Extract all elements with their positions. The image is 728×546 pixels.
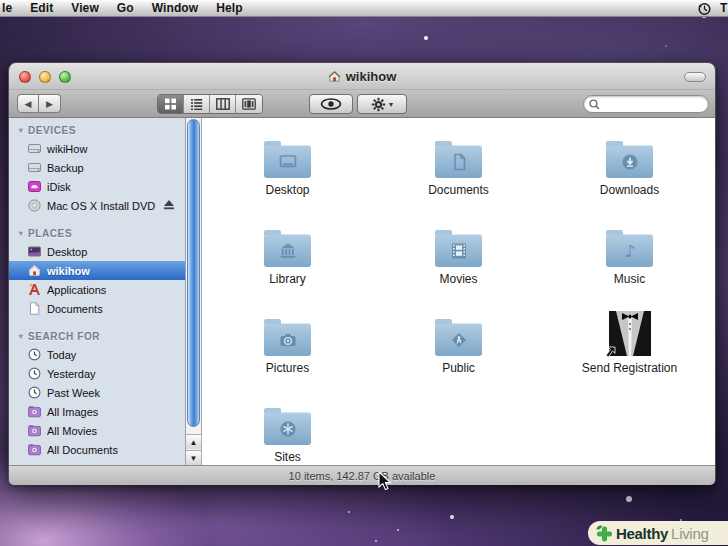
item-label: Public xyxy=(442,361,475,375)
item-label: Movies xyxy=(439,272,477,286)
finder-item-public[interactable]: Public xyxy=(373,308,544,397)
sidebar: ▾ DEVICES wikiHow Backup xyxy=(9,118,186,465)
menu-partial-item: T xyxy=(720,1,728,15)
search-input[interactable] xyxy=(603,97,701,111)
watermark-brand-light: Living xyxy=(671,525,708,542)
sidebar-item-label: Yesterday xyxy=(47,368,96,380)
coverflow-view-button[interactable] xyxy=(236,95,262,113)
sidebar-item-wikihow-home[interactable]: wikihow xyxy=(9,261,185,280)
sidebar-item-label: wikiHow xyxy=(47,143,87,155)
finder-item-downloads[interactable]: Downloads xyxy=(544,130,715,219)
scrollbar-thumb[interactable] xyxy=(187,119,200,427)
downloads-folder-icon xyxy=(606,145,653,178)
column-view-button[interactable] xyxy=(210,95,236,113)
section-header-places[interactable]: ▾ PLACES xyxy=(9,225,185,242)
scrollbar-down-arrow[interactable]: ▼ xyxy=(186,450,201,465)
back-button[interactable]: ◀ xyxy=(17,94,39,113)
quick-look-button[interactable] xyxy=(309,94,353,114)
movies-folder-icon xyxy=(435,234,482,267)
window-title: wikihow xyxy=(328,69,397,84)
healthy-living-cross-icon xyxy=(596,525,613,542)
search-field[interactable] xyxy=(583,95,709,113)
finder-item-library[interactable]: Library xyxy=(202,219,373,308)
home-icon xyxy=(328,70,341,83)
close-button[interactable] xyxy=(19,71,31,83)
eject-icon[interactable] xyxy=(163,199,175,210)
action-menu-button[interactable]: ▾ xyxy=(357,94,407,114)
window-title-text: wikihow xyxy=(346,69,397,84)
sites-folder-icon xyxy=(264,412,311,445)
desktop-background: le Edit View Go Window Help T xyxy=(0,0,728,546)
mouse-cursor xyxy=(378,471,392,491)
menu-go[interactable]: Go xyxy=(108,1,143,15)
document-icon xyxy=(27,302,41,316)
finder-item-send-registration[interactable]: Send Registration xyxy=(544,308,715,397)
menu-window[interactable]: Window xyxy=(143,1,207,15)
sidebar-item-past-week[interactable]: Past Week xyxy=(9,383,185,402)
svg-text:♪: ♪ xyxy=(624,240,635,260)
item-label: Downloads xyxy=(600,183,659,197)
sidebar-section-search-for: ▾ SEARCH FOR Today Yesterday xyxy=(9,328,185,459)
watermark-brand-bold: Healthy xyxy=(616,525,668,542)
view-switcher xyxy=(157,94,263,114)
scrollbar-up-arrow[interactable]: ▲ xyxy=(186,434,201,449)
disclosure-triangle-icon[interactable]: ▾ xyxy=(14,229,28,238)
toolbar: ◀ ▶ xyxy=(9,90,715,118)
sidebar-item-label: Desktop xyxy=(47,246,87,258)
finder-item-music[interactable]: ♪ Music xyxy=(544,219,715,308)
sidebar-item-label: wikihow xyxy=(47,265,90,277)
file-list: Desktop Documents Downloads xyxy=(202,118,715,465)
zoom-button[interactable] xyxy=(59,71,71,83)
sidebar-scrollbar[interactable]: ▲ ▼ xyxy=(186,118,202,465)
smart-folder-icon xyxy=(27,424,41,438)
pictures-folder-icon xyxy=(264,323,311,356)
public-folder-icon xyxy=(435,323,482,356)
section-header-search-for[interactable]: ▾ SEARCH FOR xyxy=(9,328,185,345)
forward-button[interactable]: ▶ xyxy=(39,94,61,113)
hard-drive-icon xyxy=(27,161,41,175)
section-header-devices[interactable]: ▾ DEVICES xyxy=(9,122,185,139)
sidebar-item-label: Today xyxy=(47,349,76,361)
disclosure-triangle-icon[interactable]: ▾ xyxy=(14,332,28,341)
sidebar-item-wikihow-device[interactable]: wikiHow xyxy=(9,139,185,158)
finder-item-desktop[interactable]: Desktop xyxy=(202,130,373,219)
menu-file[interactable]: le xyxy=(1,1,21,15)
icon-view-button[interactable] xyxy=(158,95,184,113)
sidebar-item-applications[interactable]: Applications xyxy=(9,280,185,299)
finder-item-movies[interactable]: Movies xyxy=(373,219,544,308)
sidebar-item-backup[interactable]: Backup xyxy=(9,158,185,177)
gear-caret: ▾ xyxy=(389,100,393,109)
sidebar-item-today[interactable]: Today xyxy=(9,345,185,364)
sidebar-item-documents[interactable]: Documents xyxy=(9,299,185,318)
finder-item-documents[interactable]: Documents xyxy=(373,130,544,219)
menu-help[interactable]: Help xyxy=(207,1,251,15)
sidebar-item-all-documents[interactable]: All Documents xyxy=(9,440,185,459)
disclosure-triangle-icon[interactable]: ▾ xyxy=(14,126,28,135)
time-machine-icon[interactable] xyxy=(697,1,712,16)
sidebar-item-all-images[interactable]: All Images xyxy=(9,402,185,421)
documents-folder-icon xyxy=(435,145,482,178)
menu-bar: le Edit View Go Window Help T xyxy=(0,0,728,17)
toolbar-toggle-button[interactable] xyxy=(684,72,706,82)
sidebar-item-desktop[interactable]: Desktop xyxy=(9,242,185,261)
sidebar-item-idisk[interactable]: iDisk xyxy=(9,177,185,196)
finder-item-pictures[interactable]: Pictures xyxy=(202,308,373,397)
sidebar-item-all-movies[interactable]: All Movies xyxy=(9,421,185,440)
minimize-button[interactable] xyxy=(39,71,51,83)
item-label: Desktop xyxy=(265,183,309,197)
sidebar-item-label: iDisk xyxy=(47,181,71,193)
sidebar-item-label: Applications xyxy=(47,284,106,296)
disc-icon xyxy=(27,199,41,213)
list-view-button[interactable] xyxy=(184,95,210,113)
sidebar-item-label: Past Week xyxy=(47,387,100,399)
menu-edit[interactable]: Edit xyxy=(21,1,62,15)
menu-view[interactable]: View xyxy=(62,1,108,15)
item-label: Pictures xyxy=(266,361,309,375)
sidebar-item-yesterday[interactable]: Yesterday xyxy=(9,364,185,383)
finder-window: wikihow ◀ ▶ xyxy=(8,62,716,485)
sidebar-item-install-dvd[interactable]: Mac OS X Install DVD xyxy=(9,196,185,215)
smart-folder-icon xyxy=(27,405,41,419)
title-bar[interactable]: wikihow xyxy=(9,63,715,90)
sidebar-section-devices: ▾ DEVICES wikiHow Backup xyxy=(9,122,185,215)
item-label: Music xyxy=(614,272,645,286)
